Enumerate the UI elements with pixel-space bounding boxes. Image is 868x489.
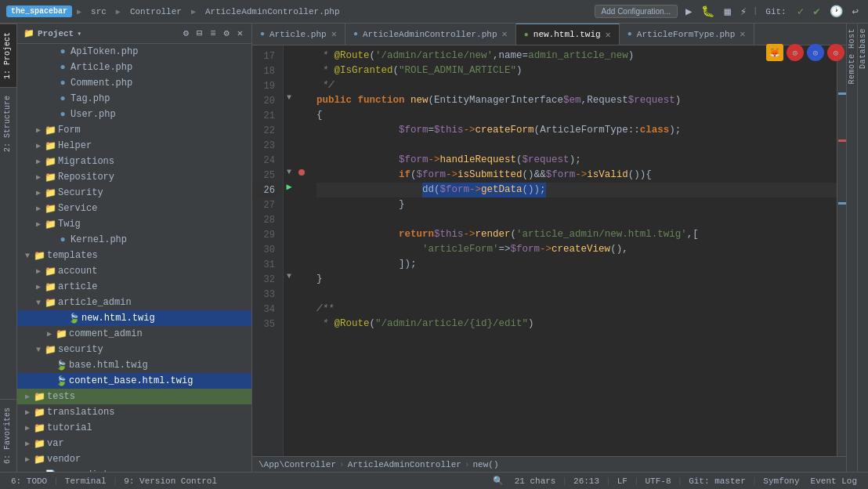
folder-icon: 📁	[44, 266, 56, 277]
tree-item-tutorial[interactable]: ▶ 📁 tutorial	[17, 420, 251, 436]
twig-file-icon: 🍃	[67, 313, 80, 324]
tab-close-icon[interactable]: ✕	[502, 28, 508, 40]
code-line-35: * @Route("/admin/article/{id}/edit")	[316, 317, 837, 331]
line-numbers: 17 18 19 20 21 22 23 24 25 26 27 28 29 3…	[252, 45, 284, 456]
editor-minimap	[837, 45, 846, 456]
twig-file-icon: 🍃	[55, 360, 67, 371]
code-line-34: /**	[316, 302, 837, 317]
breadcrumb-src[interactable]: src	[86, 5, 111, 18]
add-configuration-button[interactable]: Add Configuration...	[595, 5, 678, 18]
breadcrumb-controller[interactable]: Controller	[125, 5, 186, 18]
php-file-icon: ●	[56, 46, 69, 57]
scroll-marker	[838, 202, 846, 205]
debug-icon[interactable]: 🐛	[698, 3, 718, 20]
tree-item-repository[interactable]: ▶ 📁 Repository	[17, 169, 251, 185]
git-revert-icon[interactable]: ↩	[849, 3, 862, 20]
firefox-icon[interactable]: 🦊	[766, 44, 783, 61]
editor-area: ● Article.php ✕ ● ArticleAdminController…	[252, 24, 846, 472]
tree-arrow-expanded: ▼	[22, 252, 33, 260]
tree-item-tests[interactable]: ▶ 📁 tests	[17, 389, 251, 404]
coverage-icon[interactable]: ▦	[721, 3, 733, 20]
tree-item-article[interactable]: ● Article.php	[17, 60, 251, 75]
folder-icon: 📁	[44, 281, 56, 293]
tree-item-user[interactable]: ● User.php	[17, 107, 251, 122]
tree-item-vendor[interactable]: ▶ 📁 vendor	[17, 451, 251, 467]
tab-project[interactable]: 1: Project	[0, 24, 16, 87]
settings-icon[interactable]: ⚙	[181, 26, 191, 41]
php-file-icon: ●	[56, 109, 69, 120]
tab-articleadmin-php[interactable]: ● ArticleAdminController.php ✕	[345, 24, 516, 45]
folder-icon: 📁	[44, 172, 56, 183]
folder-icon: 📁	[33, 391, 45, 403]
folder-icon: 📁	[44, 297, 56, 309]
tree-item-comment[interactable]: ● Comment.php	[17, 75, 251, 91]
tab-close-icon[interactable]: ✕	[740, 28, 745, 40]
tab-close-icon[interactable]: ✕	[606, 29, 611, 41]
tree-item-twig[interactable]: ▶ 📁 Twig	[17, 216, 251, 232]
tree-item-base-html[interactable]: 🍃 base.html.twig	[17, 357, 251, 373]
tree-item-comment-admin[interactable]: ▶ 📁 comment_admin	[17, 326, 251, 342]
encoding[interactable]: UTF-8	[641, 476, 676, 486]
tree-item-migrations[interactable]: ▶ 📁 Migrations	[17, 154, 251, 169]
gear-icon[interactable]: ⚙	[222, 26, 232, 41]
tab-favorites[interactable]: 6: Favorites	[0, 399, 16, 472]
tree-item-account[interactable]: ▶ 📁 account	[17, 263, 251, 279]
tab-close-icon[interactable]: ✕	[331, 28, 337, 40]
tree-item-apitoken[interactable]: ● ApiToken.php	[17, 44, 251, 60]
code-editor[interactable]: 17 18 19 20 21 22 23 24 25 26 27 28 29 3…	[252, 45, 846, 456]
tree-item-service[interactable]: ▶ 📁 Service	[17, 201, 251, 216]
project-title: 📁 Project ▾	[24, 28, 81, 38]
git-check-icon[interactable]: ✓	[794, 3, 807, 20]
tree-item-content-base[interactable]: 🍃 content_base.html.twig	[17, 373, 251, 389]
git-tick-icon[interactable]: ✔	[810, 3, 823, 20]
tree-item-security[interactable]: ▶ 📁 Security	[17, 185, 251, 201]
tree-item-new-twig[interactable]: 🍃 new.html.twig	[17, 310, 251, 326]
tree-item-article-tpl[interactable]: ▶ 📁 article	[17, 279, 251, 295]
php-file-icon: ●	[56, 234, 69, 245]
tree-item-article-admin[interactable]: ▼ 📁 article_admin	[17, 295, 251, 310]
folder-icon: 📁	[44, 187, 56, 199]
tree-arrow-collapsed: ▶	[33, 157, 44, 166]
chrome-icon[interactable]: ⊙	[787, 44, 804, 61]
breadcrumb-file[interactable]: ArticleAdminController.php	[201, 5, 345, 18]
search-icon[interactable]: 🔍	[488, 476, 508, 486]
framework-indicator[interactable]: Symfony	[758, 476, 804, 486]
close-icon[interactable]: ✕	[235, 26, 245, 41]
cursor-position[interactable]: 26:13	[569, 476, 604, 486]
tree-item-templates[interactable]: ▼ 📁 templates	[17, 248, 251, 263]
tree-item-helper[interactable]: ▶ 📁 Helper	[17, 138, 251, 154]
tab-formtype-php[interactable]: ● ArticleFormType.php ✕	[620, 24, 754, 45]
tree-item-tag[interactable]: ● Tag.php	[17, 91, 251, 107]
edge-icon[interactable]: ⊙	[827, 44, 844, 61]
tab-article-php[interactable]: ● Article.php ✕	[252, 24, 345, 45]
tree-item-var[interactable]: ▶ 📁 var	[17, 436, 251, 451]
git-status[interactable]: Git: master	[684, 476, 750, 486]
code-line-31: ]);	[316, 257, 837, 272]
tree-arrow-collapsed: ▶	[22, 408, 33, 417]
profile-icon[interactable]: ⚡	[737, 3, 750, 20]
tree-item-form[interactable]: ▶ 📁 Form	[17, 122, 251, 138]
folder-icon: 📁	[44, 203, 56, 215]
code-line-32: }	[316, 272, 837, 287]
sort-icon[interactable]: ≡	[208, 27, 218, 41]
tab-structure[interactable]: 2: Structure	[0, 87, 16, 160]
terminal-item[interactable]: Terminal	[60, 476, 111, 486]
todo-item[interactable]: 6: TODO	[6, 476, 52, 486]
version-control-item[interactable]: 9: Version Control	[119, 476, 222, 486]
tree-item-security-tpl[interactable]: ▼ 📁 security	[17, 342, 251, 357]
run-icon[interactable]: ▶	[682, 3, 695, 20]
app-logo: the_spacebar	[6, 5, 72, 17]
event-log[interactable]: Event Log	[806, 476, 862, 486]
file-tree[interactable]: 📁 Project ▾ ⚙ ⊟ ≡ ⚙ ✕ ● ApiToken.php ● A…	[17, 24, 252, 472]
line-ending[interactable]: LF	[613, 476, 632, 486]
tree-arrow-collapsed: ▶	[22, 455, 33, 464]
tree-item-translations[interactable]: ▶ 📁 translations	[17, 404, 251, 420]
code-content[interactable]: * @Route('/admin/article/new', name= adm…	[307, 45, 837, 456]
fold-gutter: ▼ ▼ ▶ ▼	[284, 45, 296, 456]
tab-new-twig[interactable]: ● new.html.twig ✕	[516, 24, 620, 45]
tree-item-kernel[interactable]: ● Kernel.php	[17, 232, 251, 248]
tree-arrow-collapsed: ▶	[33, 125, 44, 135]
git-history-icon[interactable]: 🕐	[826, 3, 846, 20]
collapse-icon[interactable]: ⊟	[194, 26, 204, 41]
opera-icon[interactable]: ⊙	[807, 44, 824, 61]
